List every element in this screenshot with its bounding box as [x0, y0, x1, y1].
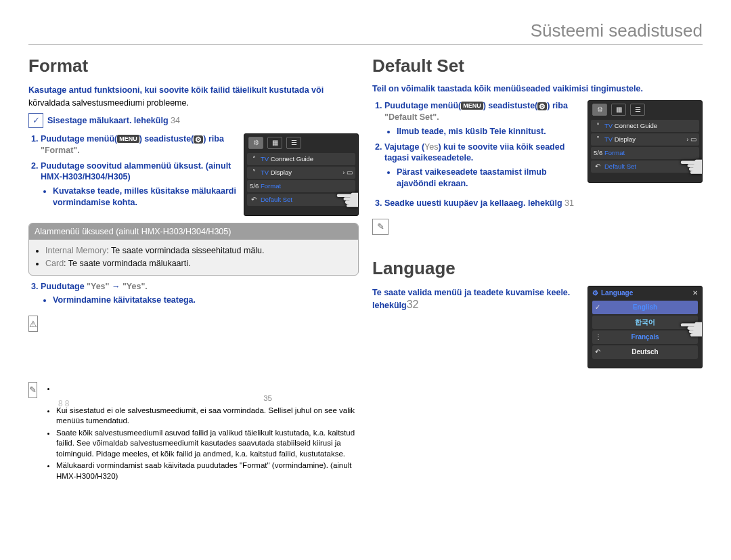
close-icon: ✕	[692, 289, 698, 297]
chevron-up-icon: ˄	[594, 122, 602, 129]
srow3: Default Set	[261, 196, 292, 203]
sub2-label: Card	[45, 259, 64, 268]
step3-arrow: →	[109, 282, 122, 291]
note2-3: Mälukaardi vormindamist saab käivitada p…	[56, 460, 359, 481]
lang-item-1: 한국어	[635, 318, 655, 327]
insert-card-page: 34	[171, 116, 180, 125]
check-precondition-icon: ✓	[28, 113, 43, 128]
sub1-label: Internal Memory	[45, 246, 106, 255]
note-icon: ✎	[28, 382, 37, 398]
step1-quote: "Format".	[41, 146, 80, 155]
format-heading: Format	[28, 56, 359, 77]
ds1-mid: ) seadistuste(	[483, 101, 538, 110]
back-icon: ↶	[594, 163, 602, 170]
ds-note-block: ✎ ·	[372, 219, 703, 235]
submenu-item-1: Internal Memory: Te saate vormindada sis…	[45, 245, 351, 257]
ui-screen-default-set: ⚙ ▦ ☰ ˄TV Connect Guide ˅TV Display› ▭ 5…	[588, 100, 703, 183]
format-step-2: Puudutage soovitud alammenüü üksust. (ai…	[41, 160, 237, 209]
language-heading: Language	[372, 258, 703, 279]
step3-bullet: Vormindamine käivitatakse teatega.	[53, 295, 359, 306]
page-indicator: 5/6	[594, 149, 602, 156]
menu-icon: MENU	[461, 102, 483, 110]
step2-bullet: Kuvatakse teade, milles küsitakse mäluka…	[53, 186, 237, 209]
sbrow1a: TV	[604, 135, 615, 143]
note2-1: Kui sisestatud ei ole salvestusmeediumit…	[56, 406, 359, 427]
screen-tab-2-icon: ▦	[267, 137, 282, 149]
srow2: Format	[261, 182, 281, 190]
chevron-down-icon: ˅	[250, 169, 258, 176]
insert-card-row: ✓ Sisestage mälukaart. lehekülg 34	[28, 113, 359, 128]
screen-tab-3-icon: ☰	[630, 104, 645, 116]
srow1b: Display	[271, 169, 292, 176]
lang-item-3: Deutsch	[632, 348, 658, 356]
ds-step-2: Vajutage (Yes) kui te soovite viia kõik …	[384, 142, 581, 190]
sbrow0b: Connect Guide	[615, 122, 657, 129]
insert-card-label: Sisestage mälukaart. lehekülg	[47, 116, 171, 125]
col-right: Default Set Teil on võimalik taastada kõ…	[372, 56, 703, 483]
col-format: Format Kasutage antud funktsiooni, kui s…	[28, 56, 359, 483]
submenu-title: Alammenüü üksused (ainult HMX-H303/H304/…	[29, 223, 358, 240]
gear-small-icon: ⚙	[592, 289, 598, 297]
ds1-tail: ) riba	[547, 101, 568, 110]
note-block-2: ✎ Ärge vormindage salvestusmeediumit arv…	[28, 382, 359, 483]
step2-text: Puudutage soovitud alammenüü üksust. (ai…	[41, 161, 231, 182]
step3-yes1: "Yes"	[87, 282, 109, 291]
sbrow3: Default Set	[604, 163, 636, 170]
note2-2: Saate kõik salvestusmeediumil asuvad fai…	[56, 428, 359, 460]
page-header: Süsteemi seadistused	[28, 20, 703, 41]
step1-tail: ) riba	[203, 134, 224, 144]
language-intro-page: 32	[407, 299, 419, 310]
note-icon: ✎	[372, 219, 389, 235]
lang-item-2: Français	[631, 333, 659, 341]
ds-step-1: Puudutage menüü(MENU) seadistuste(⚙) rib…	[384, 100, 581, 137]
menu-icon: MENU	[117, 135, 139, 143]
insert-card-text: Sisestage mälukaart. lehekülg 34	[47, 116, 180, 125]
ui-screen-format: ⚙ ▦ ☰ ˄TV Connect Guide ˅TV Display› ▭ 5…	[244, 133, 359, 216]
ds-step-3: Seadke uuesti kuupäev ja kellaaeg. lehek…	[384, 198, 703, 209]
note2-0: Ärge vormindage salvestusmeediumit arvut…	[56, 383, 359, 404]
lang-title: Language	[601, 289, 633, 297]
gear-icon: ⚙	[194, 135, 203, 144]
chevron-down-icon: ˅	[594, 135, 602, 143]
touch-hand-icon: ☚	[334, 181, 359, 216]
ds2-bullet: Pärast vaikeseadete taastamist ilmub aja…	[397, 167, 581, 190]
step3-yes2: "Yes".	[123, 282, 148, 291]
note2-pageref: 35	[263, 394, 272, 402]
sub1-text: : Te saate vormindada sisseehitatud mälu…	[106, 246, 264, 255]
format-step-1: Puudutage menüü(MENU) seadistuste(⚙) rib…	[41, 133, 237, 156]
submenu-item-2: Card: Te saate vormindada mälukaarti.	[45, 258, 351, 270]
format-intro-black: kõrvaldada salvestusmeediumi probleeme.	[28, 98, 189, 108]
page-number: 88	[58, 399, 71, 408]
lang-item-0: English	[633, 303, 657, 311]
check-icon: ✓	[595, 303, 600, 311]
step1-pre: Puudutage menüü(	[41, 134, 117, 144]
ds3-page: 31	[564, 198, 574, 208]
srow0b: Connect Guide	[271, 155, 313, 163]
screen-tab-2-icon: ▦	[611, 104, 626, 116]
header-rule	[28, 44, 703, 45]
sbrow2: Format	[604, 149, 625, 156]
format-intro-blue: Kasutage antud funktsiooni, kui soovite …	[28, 85, 324, 95]
ui-screen-language: ⚙Language ✕ ✓English 한국어 ⋮Français ↶Deut…	[588, 286, 703, 368]
step1-mid: ) seadistuste(	[139, 134, 194, 144]
screen-tab-gear-icon: ⚙	[592, 104, 607, 116]
page-indicator: 5/6	[250, 182, 258, 190]
srow1a: TV	[261, 169, 271, 176]
sbrow0a: TV	[604, 122, 615, 129]
ds2-yes: Yes	[424, 142, 438, 152]
ds3-text: Seadke uuesti kuupäev ja kellaaeg. lehek…	[384, 198, 564, 208]
format-intro: Kasutage antud funktsiooni, kui soovite …	[28, 83, 359, 109]
ds2-pre: Vajutage (	[384, 142, 424, 152]
gear-icon: ⚙	[537, 102, 547, 110]
language-intro: Te saate valida menüü ja teadete kuvamis…	[372, 288, 570, 310]
chevron-up-icon: ˄	[250, 155, 258, 163]
warning-icon: ⚠	[28, 316, 38, 332]
format-step-3: Puudutage "Yes" → "Yes". Vormindamine kä…	[41, 281, 359, 307]
ds1-quote: "Default Set".	[384, 112, 439, 122]
ds1-bullet: Ilmub teade, mis küsib Teie kinnitust.	[397, 126, 581, 137]
warning-block-1: ⚠ Ärge eemaldage salvestusmeediumit ega …	[28, 316, 359, 372]
note2-3-text: Mälukaardi vormindamist saab käivitada p…	[56, 461, 351, 480]
back-icon: ↶	[595, 348, 600, 356]
back-icon: ↶	[250, 196, 258, 203]
default-set-intro: Teil on võimalik taastada kõik menüüsead…	[372, 83, 703, 95]
